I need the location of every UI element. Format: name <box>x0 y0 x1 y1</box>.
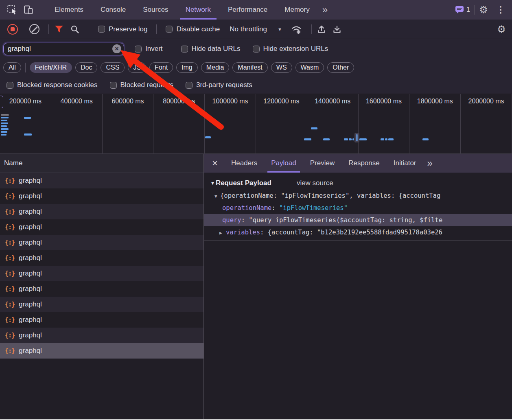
checkbox-box[interactable] <box>110 82 117 89</box>
fetch-xhr-icon: {:} <box>5 223 15 231</box>
section-expander-icon[interactable]: ▼ <box>210 181 215 186</box>
tab-memory[interactable]: Memory <box>276 0 318 20</box>
tab-console[interactable]: Console <box>92 0 134 20</box>
timeline-request-bar <box>385 138 387 140</box>
inspect-element-icon[interactable] <box>4 0 20 20</box>
import-har-button[interactable] <box>317 21 326 37</box>
kebab-menu-icon[interactable]: ⋮ <box>492 0 509 20</box>
filter-chip-fetch-xhr[interactable]: Fetch/XHR <box>30 62 72 73</box>
fetch-xhr-icon: {:} <box>5 285 15 293</box>
search-button[interactable] <box>70 21 80 37</box>
request-row[interactable]: {:}graphql <box>0 173 203 188</box>
checkbox-box[interactable] <box>98 26 105 33</box>
request-name: graphql <box>19 269 42 278</box>
request-row[interactable]: {:}graphql <box>0 281 203 297</box>
device-toolbar-icon[interactable] <box>20 0 37 20</box>
checkbox-box[interactable] <box>166 26 173 33</box>
tab-headers[interactable]: Headers <box>224 154 264 173</box>
timeline-request-bar <box>1 134 7 136</box>
payload-line[interactable]: query: "query ipFlowTimeseries($accountT… <box>204 214 512 226</box>
request-row[interactable]: {:}graphql <box>0 204 203 219</box>
invert-checkbox[interactable]: Invert <box>135 45 163 53</box>
payload-line[interactable]: ▼{operationName: "ipFlowTimeseries", var… <box>204 190 512 202</box>
preserve-log-checkbox[interactable]: Preserve log <box>98 25 147 33</box>
checkbox-box[interactable] <box>135 46 142 52</box>
details-more-tabs-button[interactable]: » <box>423 154 437 173</box>
hide-extension-urls-checkbox[interactable]: Hide extension URLs <box>253 45 328 53</box>
filter-chip-all[interactable]: All <box>3 62 21 73</box>
request-row[interactable]: {:}graphql <box>0 343 203 359</box>
upload-icon <box>317 24 326 34</box>
tab-preview[interactable]: Preview <box>303 154 341 173</box>
throttling-select[interactable]: No throttling ▼ <box>230 25 282 33</box>
timeline-left-handle[interactable] <box>0 96 3 108</box>
settings-gear-icon[interactable]: ⚙ <box>475 0 492 20</box>
request-row[interactable]: {:}graphql <box>0 219 203 235</box>
filter-chip-img[interactable]: Img <box>176 62 198 73</box>
network-conditions-button[interactable] <box>291 21 302 37</box>
blocked-response-cookies-checkbox[interactable]: Blocked response cookies <box>7 81 98 89</box>
tab-payload[interactable]: Payload <box>264 154 303 173</box>
name-column-header[interactable]: Name <box>0 154 203 173</box>
tab-elements[interactable]: Elements <box>46 0 92 20</box>
request-row[interactable]: {:}graphql <box>0 235 203 250</box>
checkbox-box[interactable] <box>7 82 13 89</box>
tab-initiator[interactable]: Initiator <box>387 154 423 173</box>
filter-chip-other[interactable]: Other <box>327 62 354 73</box>
filter-chip-font[interactable]: Font <box>149 62 173 73</box>
timeline-request-bar <box>24 117 31 119</box>
hide-data-urls-checkbox[interactable]: Hide data URLs <box>181 45 241 53</box>
filter-input[interactable] <box>3 43 124 55</box>
disclosure-triangle-icon[interactable]: ▼ <box>214 190 220 202</box>
network-settings-gear-icon[interactable]: ⚙ <box>493 20 510 39</box>
filter-chip-css[interactable]: CSS <box>101 62 125 73</box>
filter-chip-js[interactable]: JS <box>128 62 146 73</box>
payload-token: {operationName: "ipFlowTimeseries", vari… <box>220 192 440 199</box>
request-row[interactable]: {:}graphql <box>0 297 203 312</box>
close-icon[interactable]: × <box>204 154 224 173</box>
filter-toggle-button[interactable] <box>55 21 63 37</box>
clear-network-log-button[interactable] <box>18 21 39 37</box>
clear-filter-icon[interactable]: × <box>112 44 121 53</box>
request-row[interactable]: {:}graphql <box>0 250 203 266</box>
checkbox-box[interactable] <box>253 46 260 52</box>
checkbox-box[interactable] <box>181 46 188 52</box>
chevron-down-icon: ▼ <box>278 27 282 32</box>
divider <box>311 24 312 34</box>
issues-count: 1 <box>466 6 470 13</box>
request-row[interactable]: {:}graphql <box>0 312 203 328</box>
timeline-request-bar <box>388 138 394 140</box>
payload-divider <box>204 240 512 241</box>
payload-pane: ▼ Request Payload view source ▼{operatio… <box>204 173 512 419</box>
export-har-button[interactable] <box>332 21 342 37</box>
tab-network[interactable]: Network <box>177 0 219 20</box>
filter-chip-wasm[interactable]: Wasm <box>295 62 324 73</box>
fetch-xhr-icon: {:} <box>5 192 15 200</box>
more-tabs-button[interactable]: » <box>318 0 332 20</box>
view-source-link[interactable]: view source <box>297 179 333 187</box>
disable-cache-checkbox[interactable]: Disable cache <box>166 25 220 33</box>
tab-response[interactable]: Response <box>341 154 387 173</box>
request-row[interactable]: {:}graphql <box>0 266 203 281</box>
filter-chip-manifest[interactable]: Manifest <box>232 62 267 73</box>
divider <box>48 24 49 34</box>
tab-performance[interactable]: Performance <box>219 0 276 20</box>
timeline-request-bar <box>1 114 9 116</box>
tab-sources[interactable]: Sources <box>134 0 177 20</box>
payload-token: : "query ipFlowTimeseries($accountTag: s… <box>241 217 443 224</box>
checkbox-box[interactable] <box>186 82 193 89</box>
filter-chip-media[interactable]: Media <box>201 62 230 73</box>
filter-chip-doc[interactable]: Doc <box>75 62 97 73</box>
issues-button[interactable]: 1 <box>452 0 473 20</box>
record-network-log-button[interactable] <box>0 21 18 37</box>
blocked-requests-checkbox[interactable]: Blocked requests <box>110 81 173 89</box>
request-row[interactable]: {:}graphql <box>0 328 203 343</box>
filter-chip-ws[interactable]: WS <box>271 62 292 73</box>
3rd-party-requests-checkbox[interactable]: 3rd-party requests <box>186 81 252 89</box>
request-name: graphql <box>19 347 42 355</box>
request-row[interactable]: {:}graphql <box>0 188 203 204</box>
payload-line[interactable]: ▶variables: {accountTag: "b12e3b2192ee55… <box>204 226 512 238</box>
timeline-overview[interactable]: 200000 ms400000 ms600000 ms800000 ms1000… <box>0 94 512 154</box>
payload-line[interactable]: operationName: "ipFlowTimeseries" <box>204 202 512 214</box>
disclosure-triangle-icon[interactable]: ▶ <box>219 227 226 238</box>
